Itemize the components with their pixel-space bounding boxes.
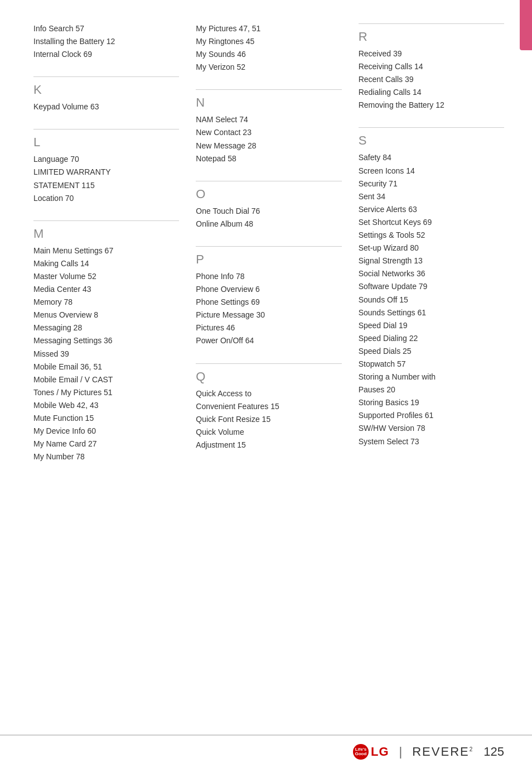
section-divider-2-1: [359, 127, 504, 128]
footer-separator: |: [399, 745, 403, 759]
section-block-1-3: PPhone Info 78Phone Overview 6Phone Sett…: [196, 246, 341, 348]
entry-1-1-1: New Contact 23: [196, 126, 341, 139]
entry-2-0-4: Removing the Battery 12: [359, 99, 504, 112]
section-divider-0-3: [33, 220, 179, 221]
entry-0-3-15: My Name Card 27: [33, 438, 179, 450]
entry-2-1-4: Service Alerts 63: [359, 203, 504, 216]
lg-logo: Life'sGood LG: [353, 744, 389, 760]
entry-0-1-0: Keypad Volume 63: [33, 100, 179, 113]
entry-1-0-1: My Ringtones 45: [196, 35, 341, 48]
entry-0-0-0: Info Search 57: [33, 22, 179, 35]
entry-2-1-18: Pauses 20: [359, 383, 504, 396]
entry-2-1-15: Speed Dials 25: [359, 345, 504, 358]
entry-1-4-3: Quick Volume: [196, 426, 341, 439]
section-block-2-0: RReceived 39Receiving Calls 14Recent Cal…: [359, 23, 504, 112]
entry-2-1-20: Supported Profiles 61: [359, 409, 504, 422]
entry-1-3-1: Phone Overview 6: [196, 283, 341, 296]
section-divider-1-4: [196, 363, 341, 364]
entry-1-1-2: New Message 28: [196, 140, 341, 152]
entry-2-1-22: System Select 73: [359, 435, 504, 448]
entry-0-0-1: Installing the Battery 12: [33, 35, 179, 48]
entry-2-0-2: Recent Calls 39: [359, 73, 504, 86]
entry-2-1-6: Settings & Tools 52: [359, 229, 504, 242]
entry-0-3-3: Media Center 43: [33, 283, 179, 296]
entry-1-4-0: Quick Access to: [196, 387, 341, 400]
entry-0-3-8: Missed 39: [33, 348, 179, 361]
entry-2-1-10: Software Update 79: [359, 280, 504, 293]
section-letter-s: S: [359, 133, 504, 148]
section-divider-1-2: [196, 181, 341, 181]
entry-2-1-1: Screen Icons 14: [359, 165, 504, 177]
entry-2-0-3: Redialing Calls 14: [359, 86, 504, 99]
entry-0-3-7: Messaging Settings 36: [33, 334, 179, 347]
entry-0-3-9: Mobile Email 36, 51: [33, 361, 179, 373]
section-block-0-2: LLanguage 70LIMITED WARRANTYSTATEMENT 11…: [33, 129, 179, 204]
entry-1-2-1: Online Album 48: [196, 218, 341, 231]
entry-0-3-6: Messaging 28: [33, 321, 179, 334]
entry-2-1-19: Storing Basics 19: [359, 396, 504, 409]
entry-2-1-3: Sent 34: [359, 190, 504, 203]
section-block-1-0: My Pictures 47, 51My Ringtones 45My Soun…: [196, 22, 341, 74]
section-divider-0-2: [33, 129, 179, 129]
section-divider-1-1: [196, 89, 341, 90]
entry-0-3-16: My Number 78: [33, 450, 179, 463]
lg-life-good-text: Life'sGood: [355, 747, 367, 756]
section-letter-o: O: [196, 187, 341, 201]
column-1: My Pictures 47, 51My Ringtones 45My Soun…: [196, 22, 358, 479]
footer-brand-name: REVERE2: [412, 745, 473, 759]
section-letter-l: L: [33, 135, 179, 150]
entry-0-0-2: Internal Clock 69: [33, 48, 179, 61]
section-divider-1-3: [196, 246, 341, 247]
footer: Life'sGood LG | REVERE2 125: [0, 735, 532, 768]
entry-0-3-11: Tones / My Pictures 51: [33, 386, 179, 399]
entry-1-3-0: Phone Info 78: [196, 270, 341, 283]
section-letter-m: M: [33, 227, 179, 241]
entry-2-1-16: Stopwatch 57: [359, 358, 504, 371]
section-letter-q: Q: [196, 369, 341, 384]
entry-1-0-2: My Sounds 46: [196, 48, 341, 61]
entry-1-3-5: Power On/Off 64: [196, 334, 341, 347]
entry-0-3-5: Menus Overview 8: [33, 309, 179, 321]
section-block-1-1: NNAM Select 74New Contact 23New Message …: [196, 89, 341, 165]
lg-text: LG: [371, 745, 389, 759]
entry-2-1-0: Safety 84: [359, 151, 504, 164]
column-2: RReceived 39Receiving Calls 14Recent Cal…: [359, 22, 504, 479]
section-block-1-4: QQuick Access toConvenient Features 15Qu…: [196, 363, 341, 452]
lg-circle: Life'sGood: [353, 744, 369, 760]
footer-logo: Life'sGood LG | REVERE2 125: [353, 744, 504, 760]
entry-0-3-0: Main Menu Settings 67: [33, 244, 179, 257]
entry-1-1-0: NAM Select 74: [196, 113, 341, 126]
entry-0-2-0: Language 70: [33, 153, 179, 166]
section-block-0-1: KKeypad Volume 63: [33, 76, 179, 113]
section-block-2-1: SSafety 84Screen Icons 14Security 71Sent…: [359, 127, 504, 448]
section-divider-2-0: [359, 23, 504, 24]
entry-0-3-2: Master Volume 52: [33, 270, 179, 283]
entry-2-1-17: Storing a Number with: [359, 371, 504, 383]
section-letter-p: P: [196, 252, 341, 267]
entry-2-1-7: Set-up Wizard 80: [359, 242, 504, 255]
entry-2-1-8: Signal Strength 13: [359, 255, 504, 267]
entry-2-1-2: Security 71: [359, 177, 504, 190]
entry-2-0-1: Receiving Calls 14: [359, 60, 504, 73]
brand-superscript: 2: [470, 746, 474, 752]
entry-2-1-21: SW/HW Version 78: [359, 422, 504, 435]
entry-0-3-4: Memory 78: [33, 296, 179, 309]
entry-2-1-13: Speed Dial 19: [359, 319, 504, 332]
entry-0-2-2: STATEMENT 115: [33, 179, 179, 192]
entry-2-1-11: Sounds Off 15: [359, 294, 504, 306]
entry-0-3-12: Mobile Web 42, 43: [33, 399, 179, 412]
entry-2-1-12: Sounds Settings 61: [359, 306, 504, 319]
entry-0-3-1: Making Calls 14: [33, 257, 179, 270]
entry-0-3-13: Mute Function 15: [33, 412, 179, 425]
section-block-0-0: Info Search 57Installing the Battery 12I…: [33, 22, 179, 61]
entry-1-2-0: One Touch Dial 76: [196, 205, 341, 218]
entry-0-3-10: Mobile Email / V CAST: [33, 373, 179, 386]
footer-page-number: 125: [483, 745, 504, 759]
entry-0-2-1: LIMITED WARRANTY: [33, 166, 179, 179]
pink-tab: [520, 0, 532, 50]
entry-2-0-0: Received 39: [359, 47, 504, 60]
entry-1-1-3: Notepad 58: [196, 152, 341, 165]
entry-1-3-2: Phone Settings 69: [196, 296, 341, 309]
section-letter-n: N: [196, 95, 341, 110]
entry-1-4-4: Adjustment 15: [196, 439, 341, 452]
